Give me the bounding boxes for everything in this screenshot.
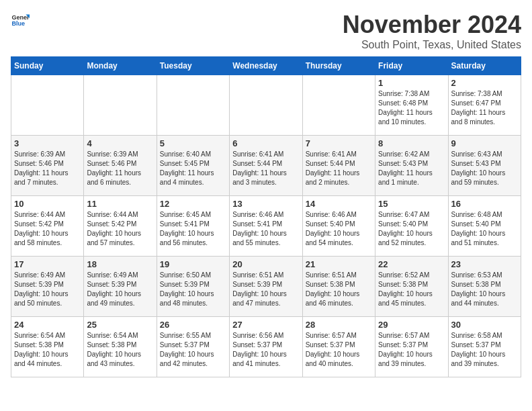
day-number: 25: [87, 320, 153, 330]
day-number: 23: [451, 259, 518, 269]
day-info: Sunrise: 7:38 AM Sunset: 6:48 PM Dayligh…: [378, 89, 445, 127]
day-number: 24: [14, 320, 81, 330]
calendar-cell: 23Sunrise: 6:53 AM Sunset: 5:38 PM Dayli…: [448, 257, 521, 317]
header-thursday: Thursday: [302, 57, 375, 75]
day-info: Sunrise: 6:41 AM Sunset: 5:44 PM Dayligh…: [232, 150, 299, 187]
calendar-cell: 13Sunrise: 6:46 AM Sunset: 5:41 PM Dayli…: [230, 196, 302, 257]
day-info: Sunrise: 6:47 AM Sunset: 5:40 PM Dayligh…: [378, 210, 445, 248]
day-info: Sunrise: 6:53 AM Sunset: 5:38 PM Dayligh…: [451, 271, 518, 308]
day-info: Sunrise: 7:38 AM Sunset: 6:47 PM Dayligh…: [451, 89, 518, 127]
day-number: 16: [451, 199, 518, 209]
calendar-cell: 21Sunrise: 6:51 AM Sunset: 5:38 PM Dayli…: [302, 257, 375, 317]
day-info: Sunrise: 6:51 AM Sunset: 5:39 PM Dayligh…: [232, 271, 299, 308]
calendar-cell: 15Sunrise: 6:47 AM Sunset: 5:40 PM Dayli…: [375, 196, 448, 257]
calendar-cell: 11Sunrise: 6:44 AM Sunset: 5:42 PM Dayli…: [84, 196, 157, 257]
day-number: 13: [232, 199, 299, 209]
day-number: 21: [306, 259, 372, 269]
day-number: 29: [378, 320, 445, 330]
calendar-cell: [84, 75, 157, 136]
calendar-cell: [157, 75, 229, 136]
calendar-cell: 10Sunrise: 6:44 AM Sunset: 5:42 PM Dayli…: [11, 196, 84, 257]
day-info: Sunrise: 6:54 AM Sunset: 5:38 PM Dayligh…: [14, 331, 81, 369]
header-tuesday: Tuesday: [157, 57, 229, 75]
header-friday: Friday: [375, 57, 448, 75]
day-number: 10: [14, 199, 81, 209]
calendar-subtitle: South Point, Texas, United States: [343, 39, 521, 51]
calendar-cell: 28Sunrise: 6:57 AM Sunset: 5:37 PM Dayli…: [302, 317, 375, 377]
day-info: Sunrise: 6:43 AM Sunset: 5:43 PM Dayligh…: [451, 150, 518, 187]
calendar-cell: 1Sunrise: 7:38 AM Sunset: 6:48 PM Daylig…: [375, 75, 448, 136]
header: General Blue November 2024 South Point, …: [11, 11, 521, 51]
logo-icon: General Blue: [11, 11, 30, 30]
calendar-week-row: 3Sunrise: 6:39 AM Sunset: 5:46 PM Daylig…: [11, 136, 521, 196]
title-area: November 2024 South Point, Texas, United…: [343, 11, 521, 51]
calendar-week-row: 10Sunrise: 6:44 AM Sunset: 5:42 PM Dayli…: [11, 196, 521, 257]
header-sunday: Sunday: [11, 57, 84, 75]
calendar-cell: 30Sunrise: 6:58 AM Sunset: 5:37 PM Dayli…: [448, 317, 521, 377]
day-info: Sunrise: 6:42 AM Sunset: 5:43 PM Dayligh…: [378, 150, 445, 187]
calendar-cell: 22Sunrise: 6:52 AM Sunset: 5:38 PM Dayli…: [375, 257, 448, 317]
day-info: Sunrise: 6:39 AM Sunset: 5:46 PM Dayligh…: [14, 150, 81, 187]
svg-text:Blue: Blue: [11, 20, 25, 27]
calendar-cell: 24Sunrise: 6:54 AM Sunset: 5:38 PM Dayli…: [11, 317, 84, 377]
day-number: 18: [87, 259, 153, 269]
day-info: Sunrise: 6:57 AM Sunset: 5:37 PM Dayligh…: [378, 331, 445, 369]
day-number: 14: [306, 199, 372, 209]
day-info: Sunrise: 6:49 AM Sunset: 5:39 PM Dayligh…: [14, 271, 81, 308]
calendar-cell: 3Sunrise: 6:39 AM Sunset: 5:46 PM Daylig…: [11, 136, 84, 196]
day-info: Sunrise: 6:56 AM Sunset: 5:37 PM Dayligh…: [232, 331, 299, 369]
day-number: 27: [232, 320, 299, 330]
calendar-week-row: 24Sunrise: 6:54 AM Sunset: 5:38 PM Dayli…: [11, 317, 521, 377]
calendar-cell: 16Sunrise: 6:48 AM Sunset: 5:40 PM Dayli…: [448, 196, 521, 257]
calendar-cell: 27Sunrise: 6:56 AM Sunset: 5:37 PM Dayli…: [230, 317, 302, 377]
day-number: 12: [160, 199, 226, 209]
day-number: 4: [87, 138, 153, 148]
header-wednesday: Wednesday: [230, 57, 302, 75]
calendar-cell: 4Sunrise: 6:39 AM Sunset: 5:46 PM Daylig…: [84, 136, 157, 196]
calendar-cell: [302, 75, 375, 136]
day-number: 5: [160, 138, 226, 148]
header-monday: Monday: [84, 57, 157, 75]
day-number: 6: [232, 138, 299, 148]
day-number: 2: [451, 78, 518, 88]
calendar-cell: 14Sunrise: 6:46 AM Sunset: 5:40 PM Dayli…: [302, 196, 375, 257]
calendar-cell: 25Sunrise: 6:54 AM Sunset: 5:38 PM Dayli…: [84, 317, 157, 377]
day-info: Sunrise: 6:50 AM Sunset: 5:39 PM Dayligh…: [160, 271, 226, 308]
calendar-week-row: 1Sunrise: 7:38 AM Sunset: 6:48 PM Daylig…: [11, 75, 521, 136]
day-number: 26: [160, 320, 226, 330]
day-info: Sunrise: 6:44 AM Sunset: 5:42 PM Dayligh…: [87, 210, 153, 248]
calendar-cell: 26Sunrise: 6:55 AM Sunset: 5:37 PM Dayli…: [157, 317, 229, 377]
calendar-cell: 19Sunrise: 6:50 AM Sunset: 5:39 PM Dayli…: [157, 257, 229, 317]
logo: General Blue: [11, 11, 30, 30]
day-number: 11: [87, 199, 153, 209]
day-info: Sunrise: 6:46 AM Sunset: 5:41 PM Dayligh…: [232, 210, 299, 248]
day-info: Sunrise: 6:51 AM Sunset: 5:38 PM Dayligh…: [306, 271, 372, 308]
calendar-cell: 7Sunrise: 6:41 AM Sunset: 5:44 PM Daylig…: [302, 136, 375, 196]
calendar-cell: 18Sunrise: 6:49 AM Sunset: 5:39 PM Dayli…: [84, 257, 157, 317]
day-number: 20: [232, 259, 299, 269]
day-info: Sunrise: 6:49 AM Sunset: 5:39 PM Dayligh…: [87, 271, 153, 308]
day-info: Sunrise: 6:57 AM Sunset: 5:37 PM Dayligh…: [306, 331, 372, 369]
calendar-cell: 6Sunrise: 6:41 AM Sunset: 5:44 PM Daylig…: [230, 136, 302, 196]
day-number: 28: [306, 320, 372, 330]
day-number: 8: [378, 138, 445, 148]
day-number: 7: [306, 138, 372, 148]
header-saturday: Saturday: [448, 57, 521, 75]
day-number: 3: [14, 138, 81, 148]
calendar-title: November 2024: [343, 11, 521, 39]
weekday-header-row: Sunday Monday Tuesday Wednesday Thursday…: [11, 57, 521, 75]
calendar-cell: [230, 75, 302, 136]
calendar-cell: 17Sunrise: 6:49 AM Sunset: 5:39 PM Dayli…: [11, 257, 84, 317]
calendar-week-row: 17Sunrise: 6:49 AM Sunset: 5:39 PM Dayli…: [11, 257, 521, 317]
day-number: 19: [160, 259, 226, 269]
day-info: Sunrise: 6:48 AM Sunset: 5:40 PM Dayligh…: [451, 210, 518, 248]
day-info: Sunrise: 6:41 AM Sunset: 5:44 PM Dayligh…: [306, 150, 372, 187]
day-number: 9: [451, 138, 518, 148]
calendar-cell: [11, 75, 84, 136]
calendar-cell: 9Sunrise: 6:43 AM Sunset: 5:43 PM Daylig…: [448, 136, 521, 196]
calendar-table: Sunday Monday Tuesday Wednesday Thursday…: [11, 56, 521, 377]
day-info: Sunrise: 6:44 AM Sunset: 5:42 PM Dayligh…: [14, 210, 81, 248]
day-info: Sunrise: 6:39 AM Sunset: 5:46 PM Dayligh…: [87, 150, 153, 187]
calendar-cell: 20Sunrise: 6:51 AM Sunset: 5:39 PM Dayli…: [230, 257, 302, 317]
day-info: Sunrise: 6:58 AM Sunset: 5:37 PM Dayligh…: [451, 331, 518, 369]
